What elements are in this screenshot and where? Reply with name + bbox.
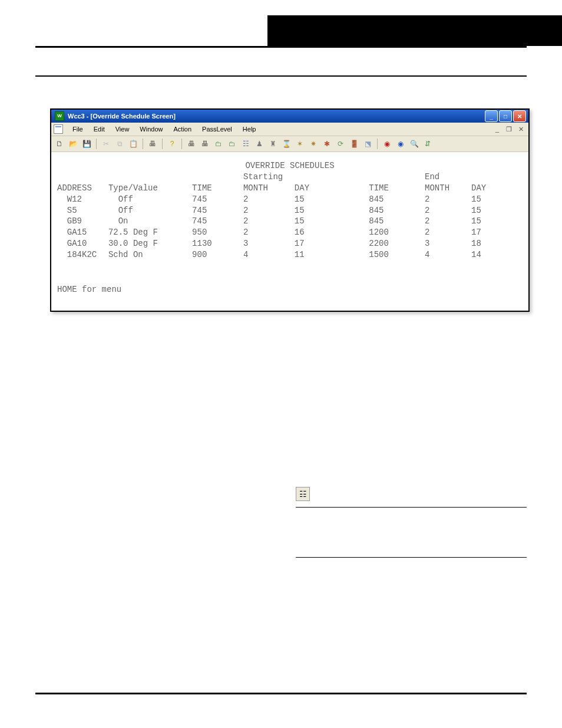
- refresh-icon[interactable]: ⟳: [335, 138, 346, 150]
- table-row: W12 Off745215845215: [57, 194, 523, 205]
- paste-icon[interactable]: 📋: [127, 138, 139, 150]
- table-row: GB9 On745215845215: [57, 216, 523, 227]
- cell-start-month: 2: [243, 227, 295, 238]
- cell-start-time: 1130: [192, 238, 243, 249]
- stop-icon[interactable]: ◉: [381, 138, 393, 150]
- open-icon[interactable]: 📂: [67, 138, 79, 150]
- cell-end-day: 15: [471, 205, 523, 216]
- cell-type: 30.0 Deg F: [108, 238, 192, 249]
- cell-end-time: 1500: [369, 249, 425, 261]
- print3-icon[interactable]: 🖶: [199, 138, 211, 150]
- find-icon[interactable]: 🔍: [408, 138, 420, 150]
- mdi-doc-icon[interactable]: [54, 124, 63, 134]
- cell-start-day: 15: [295, 194, 369, 205]
- cell-start-time: 745: [192, 216, 243, 227]
- col-start-day: DAY: [295, 183, 369, 194]
- column-headers-row: ADDRESS Type/Value TIME MONTH DAY TIME M…: [57, 183, 523, 194]
- mdi-restore-icon[interactable]: ❐: [505, 126, 513, 133]
- pawn-icon[interactable]: ♟: [253, 138, 265, 150]
- menubar: File Edit View Window Action PassLevel H…: [51, 123, 528, 136]
- cell-address: GB9: [57, 216, 108, 227]
- menu-passlevel[interactable]: PassLevel: [197, 124, 237, 134]
- toolbar: 🗋📂💾✂⧉📋🖶?🖶🖶🗀🗀☷♟♜⌛✶✷✱⟳🚪⬔◉◉🔍⇵: [51, 136, 528, 152]
- window-title: Wcc3 - [Override Schedule Screen]: [68, 113, 481, 120]
- print-icon[interactable]: 🖶: [147, 138, 158, 150]
- cell-end-time: 2200: [369, 238, 425, 249]
- chart-icon[interactable]: ⬔: [362, 138, 373, 150]
- bug-icon[interactable]: ✱: [321, 138, 333, 150]
- toolbar-separator: [181, 139, 182, 149]
- col-type: Type/Value: [108, 183, 192, 194]
- menu-edit[interactable]: Edit: [89, 124, 110, 134]
- cell-start-time: 950: [192, 227, 243, 238]
- door-icon[interactable]: 🚪: [348, 138, 360, 150]
- cell-end-month: 2: [425, 194, 471, 205]
- cell-start-month: 4: [243, 249, 295, 261]
- cell-start-day: 17: [295, 238, 369, 249]
- toolbar-separator: [377, 139, 378, 149]
- rook-icon[interactable]: ♜: [267, 138, 279, 150]
- cell-start-day: 15: [295, 205, 369, 216]
- print2-icon[interactable]: 🖶: [186, 138, 197, 150]
- cell-start-time: 745: [192, 205, 243, 216]
- rule-top: [35, 46, 527, 48]
- cell-type: Off: [108, 194, 192, 205]
- cell-end-month: 2: [425, 227, 471, 238]
- field-line-2: [296, 557, 527, 558]
- cell-start-month: 2: [243, 194, 295, 205]
- wand-icon[interactable]: ✶: [294, 138, 306, 150]
- cell-address: S5: [57, 205, 108, 216]
- schedule-heading: OVERRIDE SCHEDULES: [57, 160, 523, 172]
- cell-start-time: 900: [192, 249, 243, 261]
- cell-end-time: 845: [369, 194, 425, 205]
- cell-type: Schd On: [108, 249, 192, 261]
- close-button[interactable]: ✕: [513, 110, 526, 122]
- mdi-close-icon[interactable]: ✕: [517, 126, 525, 133]
- cell-address: W12: [57, 194, 108, 205]
- copy-icon[interactable]: ⧉: [114, 138, 125, 150]
- table-row: GA1030.0 Deg F11303172200318: [57, 238, 523, 249]
- help-icon[interactable]: ?: [166, 138, 178, 150]
- folder1-icon[interactable]: 🗀: [213, 138, 224, 150]
- mdi-minimize-icon[interactable]: _: [493, 126, 501, 133]
- cell-start-month: 2: [243, 216, 295, 227]
- menu-window[interactable]: Window: [135, 124, 167, 134]
- cell-type: 72.5 Deg F: [108, 227, 192, 238]
- table-row: S5 Off745215845215: [57, 205, 523, 216]
- toolbar-separator: [143, 139, 143, 149]
- col-end-day: DAY: [471, 183, 523, 194]
- col-start-month: MONTH: [243, 183, 295, 194]
- schedule-header-group: Starting End ADDRESS Type/Value TIME MON…: [57, 172, 523, 261]
- field-line-1: [296, 507, 527, 508]
- hourglass-icon[interactable]: ⌛: [280, 138, 292, 150]
- cell-end-month: 4: [425, 249, 471, 261]
- wand2-icon[interactable]: ✷: [308, 138, 319, 150]
- cell-end-day: 18: [471, 238, 523, 249]
- record-icon[interactable]: ◉: [395, 138, 406, 150]
- col-start-time: TIME: [192, 183, 243, 194]
- col-end-time: TIME: [369, 183, 425, 194]
- menu-file[interactable]: File: [68, 124, 88, 134]
- menu-action[interactable]: Action: [168, 124, 196, 134]
- menu-help[interactable]: Help: [238, 124, 261, 134]
- form-icon[interactable]: ☷: [240, 138, 252, 150]
- rule-subtop: [35, 75, 527, 77]
- menu-view[interactable]: View: [111, 124, 134, 134]
- cell-end-day: 15: [471, 216, 523, 227]
- cell-end-month: 3: [425, 238, 471, 249]
- save-icon[interactable]: 💾: [81, 138, 92, 150]
- maximize-button[interactable]: □: [499, 110, 512, 122]
- cut-icon[interactable]: ✂: [100, 138, 112, 150]
- toolbar-separator: [162, 139, 163, 149]
- col-end-month: MONTH: [425, 183, 471, 194]
- footer-hint: HOME for menu: [57, 284, 523, 295]
- cell-start-time: 745: [192, 194, 243, 205]
- cell-end-day: 14: [471, 249, 523, 261]
- minimize-button[interactable]: _: [485, 110, 498, 122]
- tree-icon[interactable]: ⇵: [422, 138, 434, 150]
- cell-start-day: 15: [295, 216, 369, 227]
- header-end: End: [425, 172, 471, 183]
- cell-end-day: 17: [471, 227, 523, 238]
- new-icon[interactable]: 🗋: [54, 138, 65, 150]
- folder2-icon[interactable]: 🗀: [226, 138, 238, 150]
